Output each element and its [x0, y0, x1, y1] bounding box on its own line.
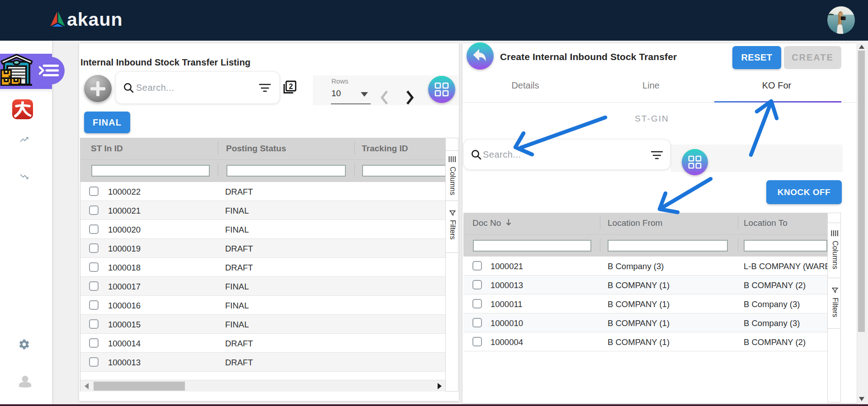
svg-text:2: 2 [289, 83, 293, 90]
